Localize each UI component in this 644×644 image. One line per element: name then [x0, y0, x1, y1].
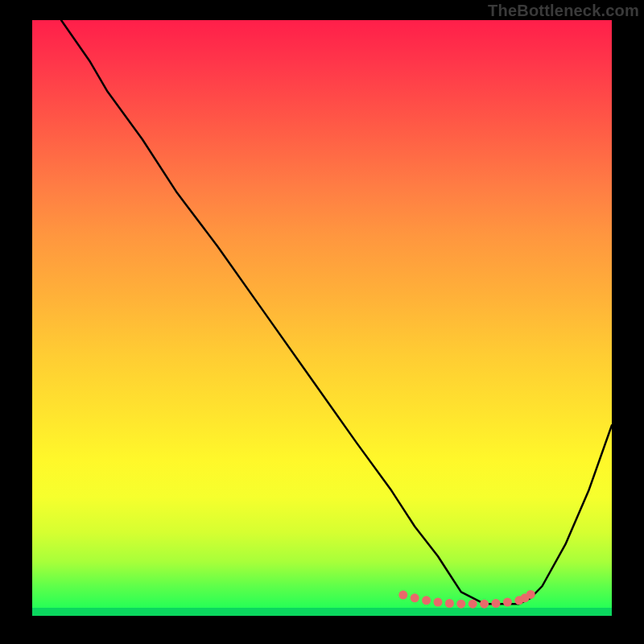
- trough-dot: [445, 599, 454, 608]
- bottleneck-curve: [61, 20, 612, 604]
- trough-dot: [411, 593, 419, 602]
- trough-dot: [469, 600, 477, 609]
- trough-dot: [398, 591, 407, 600]
- chart-container: TheBottleneck.com: [0, 0, 644, 644]
- trough-dot: [422, 596, 431, 605]
- trough-dot: [503, 598, 512, 607]
- watermark-text: TheBottleneck.com: [488, 2, 639, 20]
- trough-dot: [492, 599, 501, 608]
- trough-dot: [526, 590, 535, 599]
- trough-dot: [434, 598, 443, 607]
- trough-dot: [456, 600, 465, 609]
- plot-area: [32, 20, 612, 616]
- chart-svg: [32, 20, 612, 616]
- trough-dots: [398, 590, 535, 609]
- trough-dot: [480, 600, 489, 609]
